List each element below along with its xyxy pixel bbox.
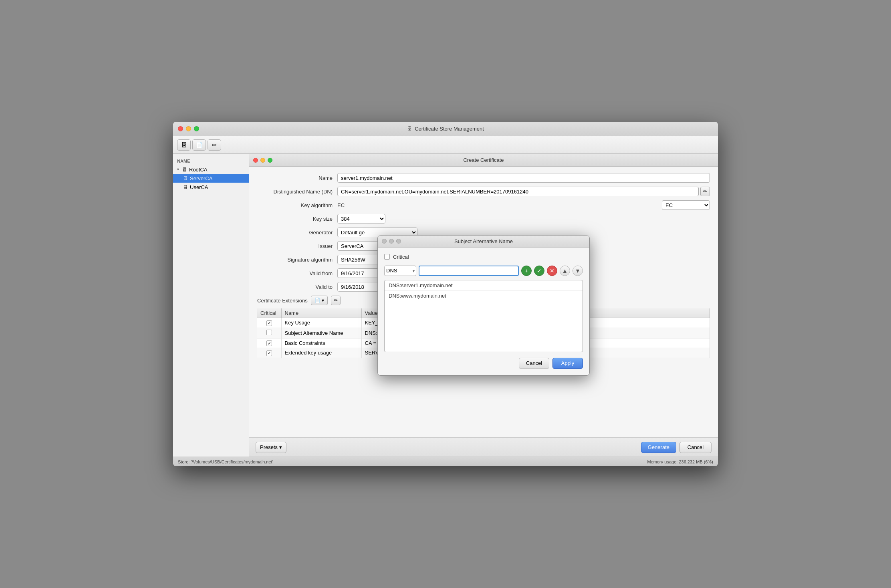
minimize-button[interactable] — [186, 126, 191, 131]
cert-icon: 🖥 — [183, 175, 188, 181]
san-move-up-button[interactable]: ▲ — [560, 266, 570, 276]
toolbar-edit-button[interactable]: ✏ — [208, 139, 221, 151]
main-title-bar: 🗄 Certificate Store Management — [173, 122, 718, 136]
cert-icon: 🖥 — [182, 166, 187, 173]
maximize-button[interactable] — [194, 126, 199, 131]
san-title: Subject Alternative Name — [454, 238, 513, 244]
san-dialog: Subject Alternative Name Critical — [377, 235, 590, 376]
toolbar-add-button[interactable]: 🗄 — [177, 139, 191, 151]
san-close-btn[interactable] — [382, 239, 387, 244]
list-item[interactable]: DNS:www.mydomain.net — [385, 291, 583, 301]
san-traffic-lights — [382, 239, 401, 244]
modal-overlay: Subject Alternative Name Critical — [249, 154, 718, 457]
main-panel: Create Certificate Name Distinguished Na… — [249, 154, 718, 457]
userca-label: UserCA — [190, 184, 208, 190]
main-traffic-lights — [178, 126, 199, 131]
critical-checkbox[interactable] — [384, 254, 390, 260]
san-min-btn[interactable] — [389, 239, 394, 244]
main-window: 🗄 Certificate Store Management 🗄 📄 ✏ Nam… — [173, 122, 718, 466]
san-move-down-button[interactable]: ▼ — [572, 266, 583, 276]
sidebar-item-serverca[interactable]: 🖥 ServerCA — [173, 174, 249, 183]
sidebar-item-rootca[interactable]: ▼ 🖥 RootCA — [173, 165, 249, 174]
serverca-label: ServerCA — [190, 175, 212, 181]
tree-arrow-icon: ▼ — [176, 167, 180, 171]
san-max-btn[interactable] — [396, 239, 401, 244]
san-add-button[interactable]: + — [521, 266, 532, 276]
san-delete-button[interactable]: ✕ — [547, 266, 557, 276]
san-title-bar: Subject Alternative Name — [378, 236, 589, 248]
san-dialog-actions: Cancel Apply — [384, 358, 583, 369]
sidebar: Name ▼ 🖥 RootCA 🖥 ServerCA 🖥 UserCA — [173, 154, 249, 457]
san-entries-list: DNS:server1.mydomain.net DNS:www.mydomai… — [384, 280, 583, 352]
dns-value-input[interactable] — [419, 266, 519, 276]
store-path: Store: '/Volumes/USB/Certificates/mydoma… — [178, 459, 273, 464]
main-window-title: 🗄 Certificate Store Management — [407, 126, 484, 132]
status-bar: Store: '/Volumes/USB/Certificates/mydoma… — [173, 457, 718, 466]
dns-type-wrapper: DNS IP Email URI — [384, 266, 416, 276]
critical-label: Critical — [393, 254, 409, 260]
close-button[interactable] — [178, 126, 183, 131]
dns-input-row: DNS IP Email URI + ✓ ✕ ▲ ▼ — [384, 266, 583, 276]
san-body: Critical DNS IP Email URI — [378, 248, 589, 375]
db-title-icon: 🗄 — [407, 126, 412, 132]
sidebar-header: Name — [173, 157, 249, 165]
critical-row: Critical — [384, 254, 583, 260]
toolbar-copy-button[interactable]: 📄 — [192, 139, 206, 151]
san-cancel-button[interactable]: Cancel — [519, 358, 549, 369]
content-area: Name ▼ 🖥 RootCA 🖥 ServerCA 🖥 UserCA — [173, 154, 718, 457]
san-apply-button[interactable]: Apply — [552, 358, 583, 369]
memory-usage: Memory usage: 236.232 MB (6%) — [647, 459, 713, 464]
main-toolbar: 🗄 📄 ✏ — [173, 136, 718, 154]
sidebar-item-userca[interactable]: 🖥 UserCA — [173, 183, 249, 191]
cert-icon: 🖥 — [183, 184, 188, 190]
dns-type-select[interactable]: DNS IP Email URI — [384, 266, 416, 276]
san-ok-button[interactable]: ✓ — [534, 266, 544, 276]
list-item[interactable]: DNS:server1.mydomain.net — [385, 280, 583, 291]
rootca-label: RootCA — [189, 167, 208, 173]
